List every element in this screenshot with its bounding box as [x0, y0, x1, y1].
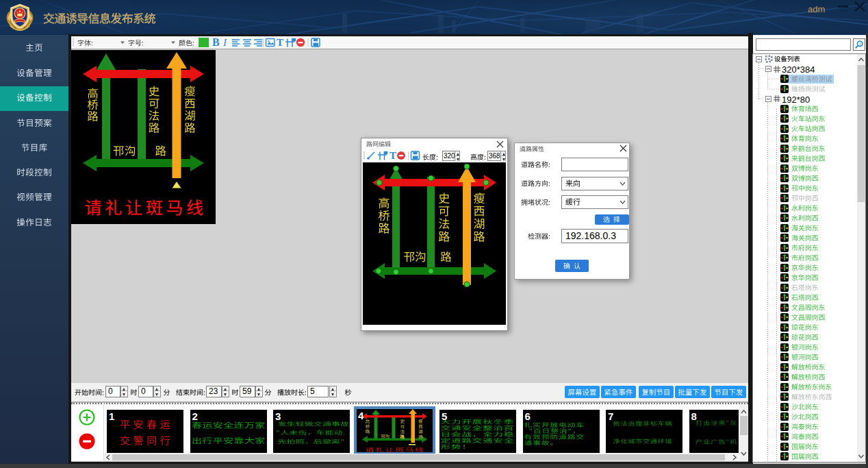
svg-text:B: B: [212, 36, 220, 48]
svg-text:T: T: [390, 150, 396, 161]
svg-text:3: 3: [859, 42, 861, 46]
svg-text:T: T: [277, 37, 283, 48]
svg-text:I: I: [222, 37, 227, 48]
